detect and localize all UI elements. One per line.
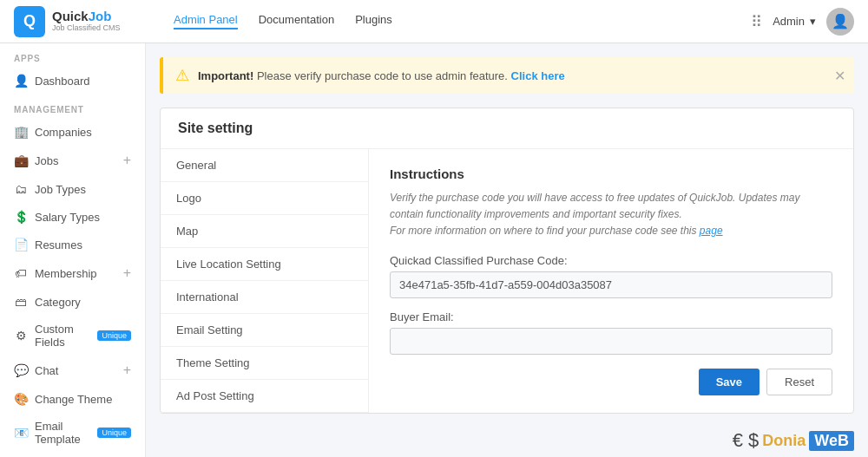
plus-icon: + [123, 153, 131, 168]
job-types-icon: 🗂 [14, 182, 28, 196]
brand-subtitle: Job Classified CMS [52, 24, 121, 33]
sidebar-item-email-template[interactable]: 📧 Email Template Unique [0, 413, 145, 453]
nav-link-plugins[interactable]: Plugins [355, 13, 392, 29]
brand-name: QuickJob [52, 10, 121, 24]
jobs-icon: 💼 [14, 153, 28, 167]
chat-icon: 💬 [14, 363, 28, 377]
sidebar-section-apps: APPS [0, 43, 145, 67]
alert-body: Please verify purchase code to use admin… [257, 69, 511, 82]
alert-bold: Important! [198, 69, 253, 82]
change-theme-icon: 🎨 [14, 392, 28, 406]
purchase-code-label: Quickad Classified Purchase Code: [390, 254, 832, 267]
sidebar-item-label: Membership [35, 267, 97, 280]
category-icon: 🗃 [14, 295, 28, 309]
brand-part1: Quick [52, 9, 89, 23]
admin-button[interactable]: Admin ▾ [773, 15, 816, 28]
alert-text: Important! Please verify purchase code t… [198, 69, 565, 82]
unique-badge: Unique [97, 428, 131, 438]
save-button[interactable]: Save [699, 369, 760, 395]
sidebar-item-job-types[interactable]: 🗂 Job Types [0, 175, 145, 203]
sidebar-item-salary-types[interactable]: 💲 Salary Types [0, 203, 145, 231]
setting-content: Instructions Verify the purchase code yo… [369, 149, 853, 413]
sidebar-item-label: Email Template [35, 420, 87, 446]
sidebar-item-label: Chat [35, 364, 58, 377]
sidebar-item-membership[interactable]: 🏷 Membership + [0, 258, 145, 288]
dropdown-arrow-icon: ▾ [810, 15, 816, 28]
sidebar-item-label: Salary Types [35, 211, 100, 224]
sidebar-item-companies[interactable]: 🏢 Companies [0, 118, 145, 146]
brand: Q QuickJob Job Classified CMS [14, 6, 153, 37]
buyer-email-label: Buyer Email: [390, 310, 832, 323]
top-nav: Q QuickJob Job Classified CMS Admin Pane… [0, 0, 868, 43]
watermark-icon: € $ [733, 429, 760, 452]
sidebar-item-label: Dashboard [35, 75, 90, 88]
brand-text: QuickJob Job Classified CMS [52, 10, 121, 32]
content-area: ⚠ Important! Please verify purchase code… [146, 43, 868, 457]
buyer-email-group: Buyer Email: [390, 310, 832, 355]
sidebar-item-custom-fields[interactable]: ⚙ Custom Fields Unique [0, 316, 145, 356]
avatar[interactable]: 👤 [826, 8, 854, 36]
grid-icon[interactable]: ⠿ [751, 12, 762, 31]
setting-menu-item-logo[interactable]: Logo [161, 182, 368, 215]
setting-menu-item-email-setting[interactable]: Email Setting [161, 314, 368, 347]
unique-badge: Unique [97, 330, 131, 341]
email-template-icon: 📧 [14, 426, 28, 440]
sidebar-item-label: Job Types [35, 183, 86, 196]
setting-menu-item-international[interactable]: International [161, 281, 368, 314]
purchase-code-group: Quickad Classified Purchase Code: [390, 254, 832, 298]
dashboard-icon: 👤 [14, 74, 28, 88]
setting-menu-item-live-location[interactable]: Live Location Setting [161, 248, 368, 281]
sidebar-item-label: Change Theme [35, 393, 112, 406]
setting-menu-item-theme[interactable]: Theme Setting [161, 347, 368, 380]
watermark-donia: Donia [762, 432, 806, 450]
setting-menu-item-ad-post[interactable]: Ad Post Setting [161, 380, 368, 413]
sidebar-item-category[interactable]: 🗃 Category [0, 288, 145, 316]
setting-menu-item-map[interactable]: Map [161, 215, 368, 248]
instructions-title: Instructions [390, 166, 832, 181]
sidebar-item-label: Category [35, 296, 81, 309]
sidebar: APPS 👤 Dashboard MANAGEMENT 🏢 Companies … [0, 43, 146, 457]
purchase-code-input[interactable] [390, 271, 832, 298]
nav-link-documentation[interactable]: Documentation [259, 13, 334, 29]
top-nav-right: ⠿ Admin ▾ 👤 [751, 8, 854, 36]
brand-part2: Job [89, 9, 112, 23]
alert-link[interactable]: Click here [511, 69, 565, 82]
setting-menu-item-general[interactable]: General [161, 149, 368, 182]
sidebar-item-jobs[interactable]: 💼 Jobs + [0, 146, 145, 175]
alert-icon: ⚠ [175, 66, 189, 85]
main-layout: APPS 👤 Dashboard MANAGEMENT 🏢 Companies … [0, 43, 868, 457]
card-header: Site setting [161, 108, 853, 149]
brand-letter: Q [23, 12, 36, 30]
sidebar-item-dashboard[interactable]: 👤 Dashboard [0, 67, 145, 95]
custom-fields-icon: ⚙ [14, 329, 28, 343]
sidebar-item-label: Resumes [35, 238, 82, 251]
watermark: € $ DoniaWeB [733, 429, 854, 452]
sidebar-item-chat[interactable]: 💬 Chat + [0, 356, 145, 385]
instructions-link[interactable]: page [700, 225, 723, 237]
plus-icon: + [123, 265, 131, 281]
resumes-icon: 📄 [14, 238, 28, 251]
brand-logo-icon: Q [14, 6, 45, 37]
companies-icon: 🏢 [14, 125, 28, 139]
top-nav-links: Admin Panel Documentation Plugins [174, 13, 751, 29]
sidebar-item-label: Jobs [35, 154, 58, 167]
plus-icon: + [123, 362, 131, 378]
nav-link-admin-panel[interactable]: Admin Panel [174, 13, 238, 29]
card-body: General Logo Map Live Location Setting I… [161, 149, 853, 413]
sidebar-item-label: Custom Fields [35, 323, 87, 349]
alert-banner: ⚠ Important! Please verify purchase code… [160, 57, 854, 94]
membership-icon: 🏷 [14, 266, 28, 280]
site-setting-card: Site setting General Logo Map Live Locat… [160, 108, 854, 414]
sidebar-item-resumes[interactable]: 📄 Resumes [0, 231, 145, 258]
admin-label: Admin [773, 15, 805, 28]
instructions-text: Verify the purchase code you will have a… [390, 190, 832, 240]
sidebar-section-management: MANAGEMENT [0, 95, 145, 118]
salary-icon: 💲 [14, 210, 28, 224]
reset-button[interactable]: Reset [766, 369, 832, 395]
sidebar-item-change-theme[interactable]: 🎨 Change Theme [0, 385, 145, 413]
form-buttons: Save Reset [390, 369, 832, 395]
setting-menu: General Logo Map Live Location Setting I… [161, 149, 369, 413]
buyer-email-input[interactable] [390, 328, 832, 355]
alert-close-button[interactable]: ✕ [834, 68, 845, 84]
sidebar-item-label: Companies [35, 126, 92, 139]
